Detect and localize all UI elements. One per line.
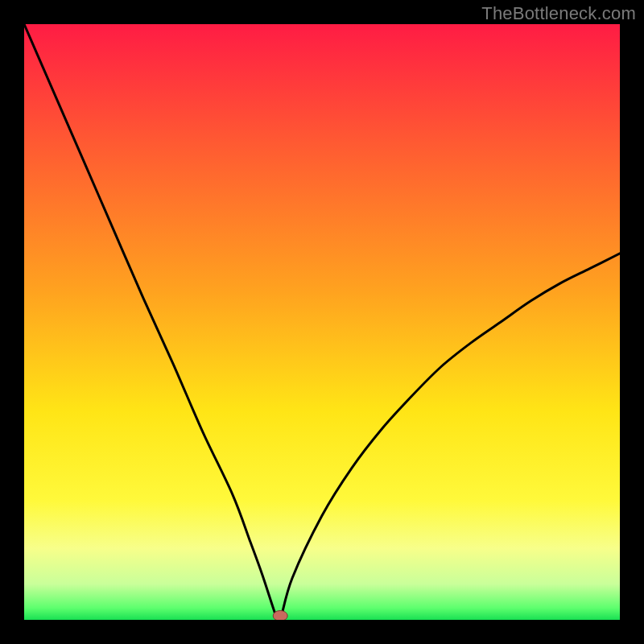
watermark-text: TheBottleneck.com — [481, 3, 636, 24]
plot-area — [24, 24, 620, 620]
bottleneck-chart — [24, 24, 620, 620]
gradient-background — [24, 24, 620, 620]
optimal-marker — [273, 611, 287, 621]
chart-frame: TheBottleneck.com — [0, 0, 644, 644]
